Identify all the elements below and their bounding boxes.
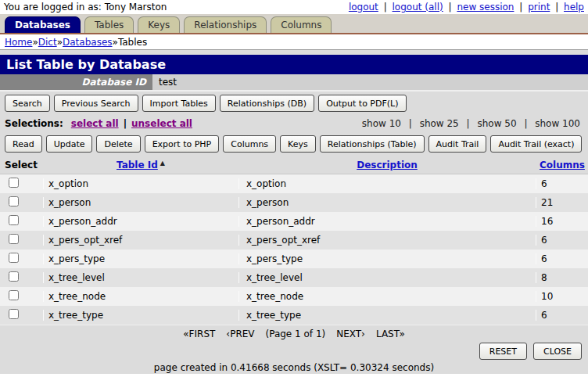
description-cell: x_person_addr <box>238 216 536 227</box>
table-row: x_person x_person 21 <box>0 193 588 212</box>
columns-cell: 6 <box>536 253 588 264</box>
output-to-pdf-button[interactable]: Output to PDF(L) <box>318 95 406 112</box>
show-25-link[interactable]: show 25 <box>420 118 459 129</box>
page-timing-text: page created in 0.41668 seconds (XSLT= 0… <box>0 361 588 374</box>
database-id-row: Database ID test <box>0 74 588 90</box>
tab-columns[interactable]: Columns <box>271 16 332 33</box>
table-id-cell: x_pers_opt_xref <box>43 235 238 246</box>
link-separator: | <box>519 2 522 13</box>
table-row: x_option x_option 6 <box>0 174 588 193</box>
first-page-control[interactable]: «FIRST <box>183 329 215 339</box>
columns-button[interactable]: Columns <box>223 135 276 153</box>
breadcrumb-dict-link[interactable]: Dict <box>38 37 57 48</box>
select-all-link[interactable]: select all <box>71 118 119 129</box>
search-toolbar: Search Previous Search Import Tables Rel… <box>0 92 588 115</box>
row-select-checkbox[interactable] <box>9 290 19 300</box>
columns-cell: 16 <box>536 216 588 227</box>
table-row: x_pers_opt_xref x_pers_opt_xref 6 <box>0 231 588 250</box>
audit-trail-button[interactable]: Audit Trail <box>428 135 487 153</box>
show-10-link[interactable]: show 10 <box>362 118 401 129</box>
next-page-control[interactable]: NEXT› <box>336 329 365 339</box>
table-row: x_pers_type x_pers_type 6 <box>0 250 588 268</box>
breadcrumb-separator: » <box>57 37 63 48</box>
table-row: x_tree_type x_tree_type 6 <box>0 306 588 325</box>
table-id-column-header: Table Id▲ <box>43 160 238 171</box>
columns-cell: 10 <box>536 291 588 302</box>
columns-cell: 8 <box>536 272 588 283</box>
description-cell: x_tree_type <box>238 310 536 321</box>
sort-by-table-id-link[interactable]: Table Id <box>117 160 158 171</box>
table-id-cell: x_tree_node <box>43 291 238 302</box>
sort-by-description-link[interactable]: Description <box>357 160 418 171</box>
top-bar: You are logged in as: Tony Marston logou… <box>0 0 588 14</box>
logout-all-link[interactable]: logout (all) <box>393 2 443 13</box>
tab-databases[interactable]: Databases <box>5 16 81 33</box>
columns-column-header: Columns <box>536 160 588 171</box>
help-link[interactable]: help <box>564 2 584 13</box>
search-button[interactable]: Search <box>5 95 50 112</box>
selections-separator: | <box>124 118 127 129</box>
table-row: x_tree_node x_tree_node 10 <box>0 287 588 306</box>
sort-by-columns-link[interactable]: Columns <box>540 160 585 171</box>
table-row: x_tree_level x_tree_level 8 <box>0 268 588 287</box>
columns-cell: 6 <box>536 235 588 246</box>
link-separator: | <box>555 2 558 13</box>
show-separator: | <box>467 118 470 129</box>
delete-button[interactable]: Delete <box>96 135 140 153</box>
row-select-checkbox[interactable] <box>9 215 19 225</box>
row-select-checkbox[interactable] <box>9 196 19 206</box>
show-options: show 10 | show 25 | show 50 | show 100 <box>359 118 583 129</box>
tab-relationships[interactable]: Relationships <box>184 16 267 33</box>
database-id-label: Database ID <box>0 74 152 90</box>
row-select-checkbox[interactable] <box>9 253 19 263</box>
breadcrumb: Home » Dict » Databases » Tables <box>0 34 588 50</box>
page: You are logged in as: Tony Marston logou… <box>0 0 588 377</box>
export-to-php-button[interactable]: Export to PHP <box>145 135 220 153</box>
table-id-cell: x_person <box>43 197 238 208</box>
logout-link[interactable]: logout <box>349 2 378 13</box>
description-cell: x_option <box>238 178 536 189</box>
description-column-header: Description <box>238 160 536 171</box>
keys-button[interactable]: Keys <box>280 135 316 153</box>
audit-trail-exact-button[interactable]: Audit Trail (exact) <box>490 135 582 153</box>
tab-bar: Databases Tables Keys Relationships Colu… <box>0 14 588 34</box>
unselect-all-link[interactable]: unselect all <box>131 118 192 129</box>
description-cell: x_tree_node <box>238 291 536 302</box>
selections-label: Selections: <box>5 118 63 129</box>
database-id-value: test <box>152 74 588 90</box>
show-separator: | <box>524 118 527 129</box>
relationships-table-button[interactable]: Relationships (Table) <box>320 135 425 153</box>
row-select-checkbox[interactable] <box>9 271 19 282</box>
breadcrumb-home-link[interactable]: Home <box>5 37 32 48</box>
selections-bar: Selections: select all | unselect all sh… <box>0 115 588 132</box>
prev-page-control[interactable]: ‹PREV <box>226 329 254 339</box>
show-50-link[interactable]: show 50 <box>477 118 516 129</box>
new-session-link[interactable]: new session <box>457 2 514 13</box>
link-separator: | <box>384 2 387 13</box>
row-select-checkbox[interactable] <box>9 309 19 319</box>
tab-keys[interactable]: Keys <box>138 16 180 33</box>
table-id-cell: x_pers_type <box>43 253 238 264</box>
description-cell: x_person <box>238 197 536 208</box>
columns-cell: 21 <box>536 197 588 208</box>
row-select-checkbox[interactable] <box>9 234 19 244</box>
show-100-link[interactable]: show 100 <box>535 118 580 129</box>
previous-search-button[interactable]: Previous Search <box>54 95 138 112</box>
table-row: x_person_addr x_person_addr 16 <box>0 212 588 231</box>
breadcrumb-databases-link[interactable]: Databases <box>63 37 113 48</box>
import-tables-button[interactable]: Import Tables <box>142 95 216 112</box>
update-button[interactable]: Update <box>46 135 93 153</box>
sort-ascending-icon: ▲ <box>160 160 165 167</box>
read-button[interactable]: Read <box>5 135 42 153</box>
table-id-cell: x_tree_level <box>43 272 238 283</box>
logged-in-text: You are logged in as: Tony Marston <box>4 2 167 13</box>
footer-button-bar: RESET CLOSE <box>0 342 588 361</box>
print-link[interactable]: print <box>528 2 550 13</box>
tab-tables[interactable]: Tables <box>84 16 134 33</box>
last-page-control[interactable]: LAST» <box>376 329 405 339</box>
close-button[interactable]: CLOSE <box>533 343 582 360</box>
row-select-checkbox[interactable] <box>9 178 19 188</box>
reset-button[interactable]: RESET <box>479 343 527 360</box>
relationships-db-button[interactable]: Relationships (DB) <box>220 95 314 112</box>
action-toolbar: Read Update Delete Export to PHP Columns… <box>0 132 588 156</box>
